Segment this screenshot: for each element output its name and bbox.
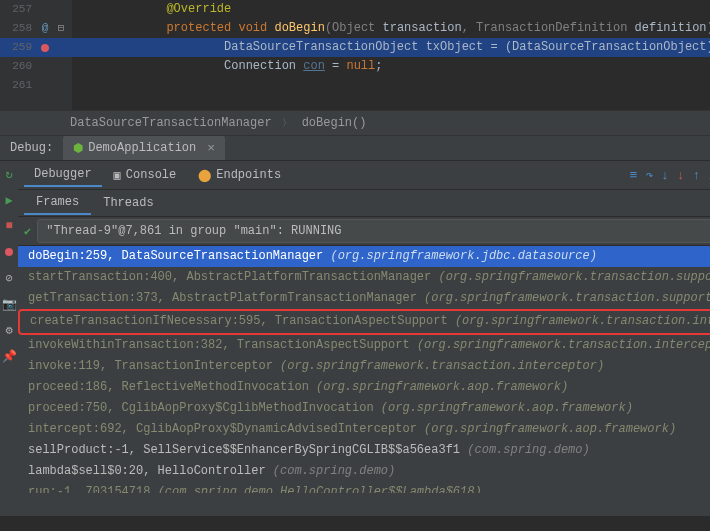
thread-selector-row: ✔ "Thread-9"@7,861 in group "main": RUNN… (18, 217, 710, 246)
code-area[interactable]: @Override protected void doBegin(Object … (72, 0, 710, 110)
thread-label: "Thread-9"@7,861 in group "main": RUNNIN… (46, 224, 341, 238)
stack-frame[interactable]: getTransaction:373, AbstractPlatformTran… (18, 288, 710, 309)
stack-frame[interactable]: lambda$sell$0:20, HelloController (com.s… (18, 461, 710, 482)
stack-frame[interactable]: intercept:692, CglibAopProxy$DynamicAdvi… (18, 419, 710, 440)
step-out-icon[interactable]: ↑ (693, 168, 701, 183)
debug-main: Debugger ▣Console ⬤Endpoints ≡ ↷ ↓ ↓ ↑ ⤴… (18, 161, 710, 516)
stepping-toolbar: ≡ ↷ ↓ ↓ ↑ ⤴ →| ⊞ ⋯ (630, 167, 710, 183)
spring-icon: ⬢ (73, 141, 83, 156)
stack-frame[interactable]: invokeWithinTransaction:382, Transaction… (18, 335, 710, 356)
code-editor: 257258@⊟259260261 @Override protected vo… (0, 0, 710, 110)
collapse-icon[interactable]: ⊟ (54, 22, 68, 36)
debug-left-toolbar: ↻ ▶ ■ ⊘ 📷 ⚙ 📌 (0, 161, 18, 516)
stack-frame[interactable]: doBegin:259, DataSourceTransactionManage… (18, 246, 710, 267)
debugger-tabs: Debugger ▣Console ⬤Endpoints ≡ ↷ ↓ ↓ ↑ ⤴… (18, 161, 710, 190)
stack-frame[interactable]: proceed:186, ReflectiveMethodInvocation … (18, 377, 710, 398)
breakpoint-icon[interactable] (38, 41, 52, 55)
thread-dropdown[interactable]: "Thread-9"@7,861 in group "main": RUNNIN… (37, 219, 710, 243)
debug-body: ↻ ▶ ■ ⊘ 📷 ⚙ 📌 Debugger ▣Console ⬤Endpoin… (0, 161, 710, 516)
stack-frame[interactable]: startTransaction:400, AbstractPlatformTr… (18, 267, 710, 288)
breadcrumb[interactable]: DataSourceTransactionManager 〉 doBegin() (0, 110, 710, 136)
tab-endpoints[interactable]: ⬤Endpoints (188, 164, 291, 187)
debug-toolwindow-header: Debug: ⬢ DemoApplication × (0, 136, 710, 161)
stack-frame[interactable]: run:-1, 703154718 (com.spring.demo.Hello… (18, 482, 710, 493)
close-icon[interactable]: × (207, 141, 215, 156)
mute-breakpoints-icon[interactable]: ⊘ (0, 269, 18, 287)
breadcrumb-class[interactable]: DataSourceTransactionManager (70, 116, 272, 130)
settings-icon[interactable]: ⚙ (0, 321, 18, 339)
step-into-icon[interactable]: ↓ (661, 168, 669, 183)
stop-icon[interactable]: ■ (0, 217, 18, 235)
endpoints-icon: ⬤ (198, 168, 211, 183)
pin-icon[interactable]: 📌 (0, 347, 18, 365)
force-step-into-icon[interactable]: ↓ (677, 168, 685, 183)
debug-label: Debug: (0, 141, 63, 155)
tab-frames[interactable]: Frames (24, 191, 91, 215)
tab-debugger[interactable]: Debugger (24, 163, 102, 187)
breadcrumb-method[interactable]: doBegin() (302, 116, 367, 130)
resume-icon[interactable]: ▶ (0, 191, 18, 209)
frames-list[interactable]: doBegin:259, DataSourceTransactionManage… (18, 246, 710, 493)
stack-frame[interactable]: createTransactionIfNecessary:595, Transa… (18, 309, 710, 335)
tab-console[interactable]: ▣Console (104, 164, 187, 187)
frames-threads-tabs: Frames Threads (18, 190, 710, 217)
stack-frame[interactable]: proceed:750, CglibAopProxy$CglibMethodIn… (18, 398, 710, 419)
view-breakpoints-icon[interactable] (0, 243, 18, 261)
camera-icon[interactable]: 📷 (0, 295, 18, 313)
debug-session-label: DemoApplication (88, 141, 196, 155)
rerun-icon[interactable]: ↻ (0, 165, 18, 183)
chevron-right-icon: 〉 (282, 116, 292, 130)
console-icon: ▣ (114, 168, 121, 183)
debug-session-tab[interactable]: ⬢ DemoApplication × (63, 136, 225, 160)
show-execution-point-icon[interactable]: ≡ (630, 168, 638, 183)
tab-threads[interactable]: Threads (91, 192, 165, 214)
stack-frame[interactable]: invoke:119, TransactionInterceptor (org.… (18, 356, 710, 377)
override-icon[interactable]: @ (38, 22, 52, 36)
gutter: 257258@⊟259260261 (0, 0, 72, 110)
step-over-icon[interactable]: ↷ (645, 167, 653, 183)
stack-frame[interactable]: sellProduct:-1, SellService$$EnhancerByS… (18, 440, 710, 461)
check-icon: ✔ (24, 224, 31, 239)
